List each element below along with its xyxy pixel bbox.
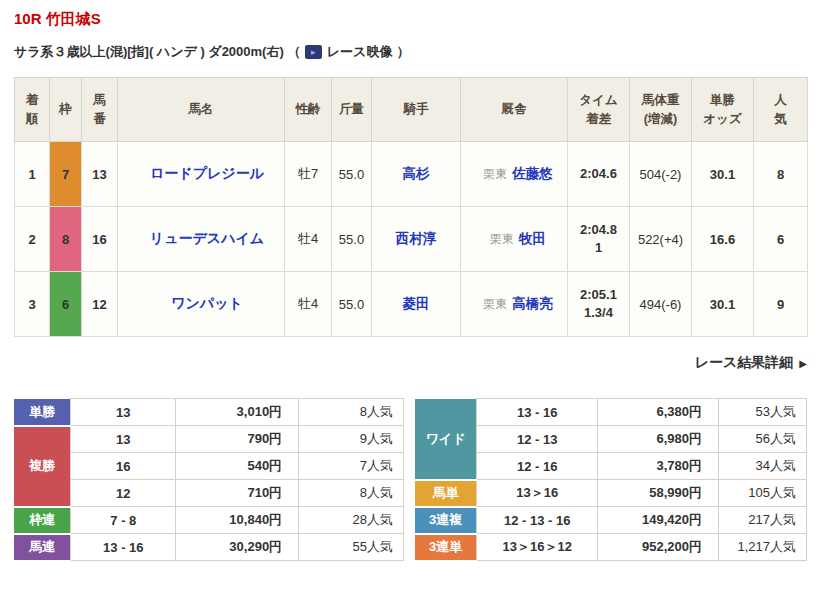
rank: 2	[15, 207, 50, 272]
payout-row-fukusho-3: 12 710円 8人気	[14, 480, 404, 507]
stable-link[interactable]: 牧田	[519, 231, 546, 246]
horse-number: 13	[82, 142, 118, 207]
result-row-1: 1 7 13 ロードプレジール 牡7 55.0 高杉 栗東佐藤悠 2:04.6 …	[15, 142, 808, 207]
waku-badge: 8	[50, 207, 82, 272]
payout-selection: 16	[71, 453, 176, 480]
payout-label-sanrentan: 3連単	[415, 534, 477, 561]
stable-link[interactable]: 佐藤悠	[512, 166, 553, 181]
stable-cell: 栗東佐藤悠	[461, 142, 568, 207]
payout-selection: 13	[71, 426, 176, 453]
sex-age: 牡7	[285, 142, 332, 207]
payout-row-umatan: 馬単 13＞16 58,990円 105人気	[415, 480, 807, 507]
payout-popularity: 56人気	[719, 426, 807, 453]
sex-age: 牡4	[285, 272, 332, 337]
payout-selection: 12 - 13 - 16	[477, 507, 598, 534]
col-horse-number: 馬 番	[82, 78, 118, 142]
carried-weight: 55.0	[332, 207, 372, 272]
payout-selection: 12 - 16	[477, 453, 598, 480]
payout-amount: 58,990円	[598, 480, 719, 507]
paren-close: ）	[396, 43, 409, 61]
detail-link-row: レース結果詳細▶	[14, 353, 807, 372]
horse-number: 16	[82, 207, 118, 272]
rank: 1	[15, 142, 50, 207]
payout-popularity: 28人気	[299, 507, 404, 534]
result-row-3: 3 6 12 ワンパット 牡4 55.0 菱田 栗東高橋亮 2:05.11.3/…	[15, 272, 808, 337]
payout-row-wide-1: ワイド 13 - 16 6,380円 53人気	[415, 399, 807, 426]
col-horse-name: 馬名	[118, 78, 285, 142]
jockey-cell: 西村淳	[372, 207, 461, 272]
payout-selection: 12 - 13	[477, 426, 598, 453]
margin: 1	[595, 240, 602, 255]
payout-popularity: 8人気	[299, 480, 404, 507]
race-conditions: サラ系３歳以上(混)[指]( ハンデ ) ダ2000m(右) （ ▸ レース映像…	[14, 43, 807, 61]
payout-selection: 13 - 16	[71, 534, 176, 561]
col-waku: 枠	[50, 78, 82, 142]
horse-name-link[interactable]: リューデスハイム	[150, 230, 264, 246]
payout-section: 単勝 13 3,010円 8人気 複勝 13 790円 9人気 16 540円 …	[14, 398, 807, 562]
win-odds: 16.6	[692, 207, 754, 272]
payout-popularity: 8人気	[299, 399, 404, 426]
waku-badge: 6	[50, 272, 82, 337]
payout-popularity: 105人気	[719, 480, 807, 507]
payout-popularity: 55人気	[299, 534, 404, 561]
horse-name-link[interactable]: ロードプレジール	[150, 165, 264, 181]
race-results-table: 着 順 枠 馬 番 馬名 性齢 斤量 騎手 厩舎 タイム 着差 馬体重 (増減)…	[14, 77, 808, 337]
jockey-cell: 高杉	[372, 142, 461, 207]
horse-weight: 504(-2)	[630, 142, 692, 207]
payout-table-right: ワイド 13 - 16 6,380円 53人気 12 - 13 6,980円 5…	[415, 398, 807, 562]
detail-link-label: レース結果詳細	[695, 354, 794, 370]
popularity: 8	[754, 142, 808, 207]
payout-row-tansho: 単勝 13 3,010円 8人気	[14, 399, 404, 426]
payout-row-sanrentan: 3連単 13＞16＞12 952,200円 1,217人気	[415, 534, 807, 561]
stable-area: 栗東	[483, 297, 507, 311]
finish-time: 2:05.1	[580, 287, 617, 302]
rank: 3	[15, 272, 50, 337]
race-result-detail-link[interactable]: レース結果詳細▶	[695, 354, 807, 370]
payout-row-sanrenpuku: 3連複 12 - 13 - 16 149,420円 217人気	[415, 507, 807, 534]
finish-time: 2:04.6	[580, 166, 617, 181]
race-title: 10R 竹田城S	[14, 10, 807, 29]
stable-link[interactable]: 高橋亮	[512, 296, 553, 311]
popularity: 6	[754, 207, 808, 272]
horse-name-link[interactable]: ワンパット	[171, 295, 243, 311]
payout-row-wakuren: 枠連 7 - 8 10,840円 28人気	[14, 507, 404, 534]
payout-row-fukusho-2: 16 540円 7人気	[14, 453, 404, 480]
payout-label-fukusho: 複勝	[14, 426, 71, 507]
payout-selection: 13＞16＞12	[477, 534, 598, 561]
col-horse-weight: 馬体重 (増減)	[630, 78, 692, 142]
payout-row-umaren: 馬連 13 - 16 30,290円 55人気	[14, 534, 404, 561]
race-video-link[interactable]: ▸ レース映像	[305, 43, 393, 61]
payout-amount: 149,420円	[598, 507, 719, 534]
time-margin-cell: 2:04.6	[568, 142, 630, 207]
stable-cell: 栗東牧田	[461, 207, 568, 272]
popularity: 9	[754, 272, 808, 337]
payout-popularity: 217人気	[719, 507, 807, 534]
jockey-link[interactable]: 菱田	[403, 296, 430, 311]
col-sex-age: 性齢	[285, 78, 332, 142]
payout-label-umaren: 馬連	[14, 534, 71, 561]
horse-weight: 522(+4)	[630, 207, 692, 272]
carried-weight: 55.0	[332, 142, 372, 207]
horse-name-cell: ロードプレジール	[118, 142, 285, 207]
win-odds: 30.1	[692, 142, 754, 207]
payout-amount: 790円	[176, 426, 299, 453]
col-jockey: 騎手	[372, 78, 461, 142]
payout-amount: 6,380円	[598, 399, 719, 426]
result-row-2: 2 8 16 リューデスハイム 牡4 55.0 西村淳 栗東牧田 2:04.81…	[15, 207, 808, 272]
payout-table-left: 単勝 13 3,010円 8人気 複勝 13 790円 9人気 16 540円 …	[14, 398, 404, 562]
payout-label-umatan: 馬単	[415, 480, 477, 507]
payout-amount: 710円	[176, 480, 299, 507]
col-stable: 厩舎	[461, 78, 568, 142]
payout-amount: 540円	[176, 453, 299, 480]
stable-cell: 栗東高橋亮	[461, 272, 568, 337]
jockey-link[interactable]: 高杉	[403, 166, 430, 181]
jockey-link[interactable]: 西村淳	[396, 231, 437, 246]
payout-popularity: 1,217人気	[719, 534, 807, 561]
payout-selection: 13＞16	[477, 480, 598, 507]
payout-popularity: 7人気	[299, 453, 404, 480]
payout-amount: 30,290円	[176, 534, 299, 561]
payout-amount: 952,200円	[598, 534, 719, 561]
payout-popularity: 53人気	[719, 399, 807, 426]
payout-amount: 6,980円	[598, 426, 719, 453]
payout-popularity: 9人気	[299, 426, 404, 453]
